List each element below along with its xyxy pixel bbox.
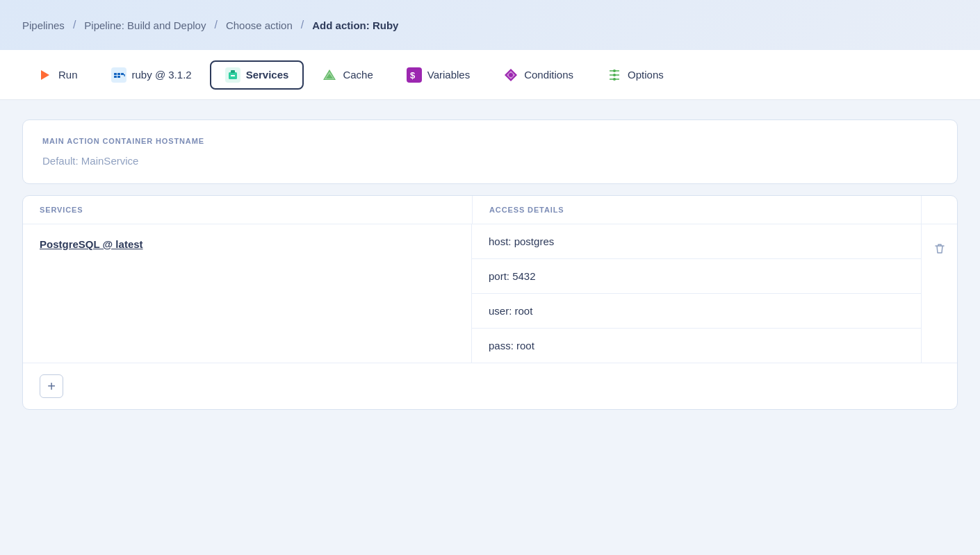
breadcrumb-current: Add action: Ruby	[312, 19, 398, 31]
tabs-container: Run ruby @ 3.1.2 Services	[0, 50, 980, 100]
main-content: MAIN ACTION CONTAINER HOSTNAME Default: …	[0, 100, 980, 429]
tab-variables[interactable]: $ Variables	[391, 60, 485, 90]
tab-options[interactable]: Options	[591, 60, 679, 90]
service-name-cell: PostgreSQL @ latest	[23, 224, 472, 363]
svg-point-17	[509, 73, 513, 77]
svg-rect-8	[231, 70, 235, 73]
tab-services-label: Services	[246, 69, 289, 81]
breadcrumb-choose-action[interactable]: Choose action	[226, 19, 293, 31]
services-card: SERVICES ACCESS DETAILS PostgreSQL @ lat…	[22, 195, 958, 410]
svg-rect-1	[114, 73, 117, 75]
tab-services[interactable]: Services	[210, 60, 304, 90]
conditions-icon	[503, 67, 518, 83]
tab-conditions-label: Conditions	[524, 69, 573, 81]
tab-run-label: Run	[58, 69, 78, 81]
svg-rect-2	[117, 73, 120, 75]
breadcrumb-pipelines[interactable]: Pipelines	[22, 19, 65, 31]
breadcrumb-pipeline[interactable]: Pipeline: Build and Deploy	[84, 19, 206, 31]
trash-icon	[933, 242, 946, 255]
access-row-user: user: root	[472, 294, 921, 329]
add-row: +	[23, 363, 957, 409]
tab-options-label: Options	[628, 69, 664, 81]
docker-icon	[111, 67, 126, 83]
services-grid: SERVICES ACCESS DETAILS PostgreSQL @ lat…	[23, 196, 957, 363]
breadcrumb-sep-1: /	[73, 19, 76, 31]
svg-rect-9	[231, 75, 235, 76]
tab-conditions[interactable]: Conditions	[488, 60, 589, 90]
service-link[interactable]: PostgreSQL @ latest	[40, 238, 143, 250]
tab-run[interactable]: Run	[22, 60, 93, 90]
tab-cache-label: Cache	[343, 69, 373, 81]
svg-rect-4	[114, 76, 117, 78]
options-icon	[607, 67, 622, 83]
tab-cache[interactable]: Cache	[307, 60, 388, 90]
hostname-label: MAIN ACTION CONTAINER HOSTNAME	[42, 137, 938, 145]
svg-rect-3	[121, 73, 124, 75]
tab-variables-label: Variables	[427, 69, 470, 81]
svg-rect-5	[117, 76, 120, 78]
tab-ruby[interactable]: ruby @ 3.1.2	[96, 60, 207, 90]
variables-icon: $	[407, 67, 422, 83]
hostname-card: MAIN ACTION CONTAINER HOSTNAME Default: …	[22, 119, 958, 184]
breadcrumb-bar: Pipelines / Pipeline: Build and Deploy /…	[0, 0, 980, 50]
delete-service-button[interactable]	[929, 238, 950, 259]
actions-col	[921, 224, 957, 363]
col-header-actions	[921, 196, 957, 224]
run-icon	[38, 67, 53, 83]
tab-ruby-label: ruby @ 3.1.2	[132, 69, 192, 81]
svg-text:$: $	[410, 70, 416, 81]
hostname-value: Default: MainService	[42, 155, 938, 167]
access-row-port: port: 5432	[472, 259, 921, 294]
services-icon	[225, 67, 240, 83]
breadcrumb-sep-2: /	[214, 19, 217, 31]
access-row-pass: pass: root	[472, 329, 921, 363]
breadcrumb-sep-3: /	[301, 19, 304, 31]
access-row-host: host: postgres	[472, 224, 921, 259]
add-service-button[interactable]: +	[40, 374, 63, 398]
cache-icon	[322, 67, 337, 83]
col-header-access: ACCESS DETAILS	[472, 196, 921, 224]
access-details-col: host: postgres port: 5432 user: root pas…	[472, 224, 921, 363]
col-header-services: SERVICES	[23, 196, 472, 224]
